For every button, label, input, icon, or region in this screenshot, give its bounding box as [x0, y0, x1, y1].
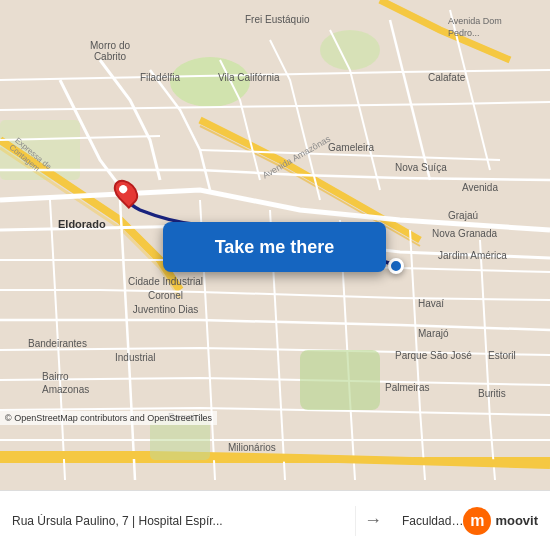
moovit-brand-name: moovit — [495, 513, 538, 528]
osm-attribution: © OpenStreetMap contributors and OpenStr… — [0, 411, 217, 425]
svg-point-1 — [170, 57, 250, 107]
bottom-destination[interactable]: Faculdade ... m moovit — [390, 499, 550, 543]
bottom-bar: Rua Úrsula Paulino, 7 | Hospital Espír..… — [0, 490, 550, 550]
map-container: Morro do Cabrito Filadélfia Vila Califór… — [0, 0, 550, 490]
svg-rect-4 — [300, 350, 380, 410]
origin-label: Rua Úrsula Paulino, 7 | Hospital Espír..… — [12, 514, 343, 528]
origin-pin — [116, 178, 136, 206]
destination-label: Faculdade ... — [402, 514, 463, 528]
svg-rect-5 — [150, 420, 210, 460]
moovit-logo-icon: m — [463, 507, 491, 535]
moovit-logo: m moovit — [463, 507, 538, 535]
bottom-origin[interactable]: Rua Úrsula Paulino, 7 | Hospital Espír..… — [0, 506, 356, 536]
svg-point-2 — [320, 30, 380, 70]
arrow-icon: → — [356, 510, 390, 531]
take-me-there-button[interactable]: Take me there — [163, 222, 386, 272]
destination-dot — [388, 258, 404, 274]
